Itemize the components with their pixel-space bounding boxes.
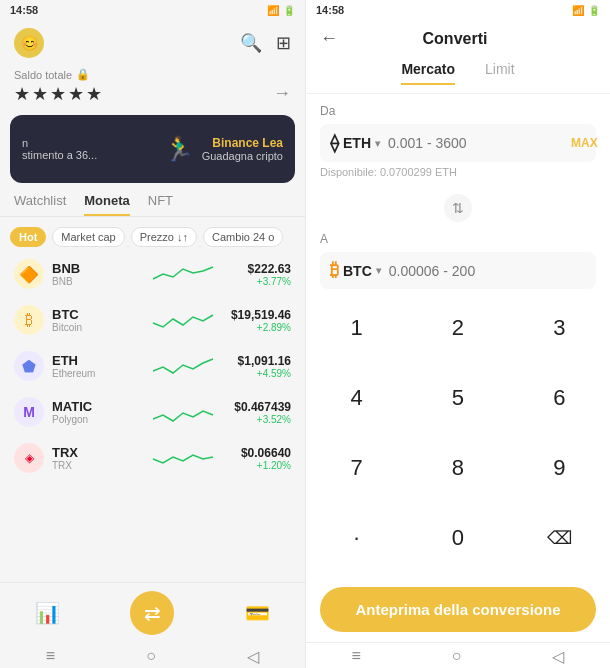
key-1[interactable]: 1 xyxy=(306,299,407,357)
promo-banner[interactable]: n stimento a 36... 🏃‍♂️ Binance Lea Guad… xyxy=(10,115,295,183)
balance-label: Saldo totale 🔒 xyxy=(14,68,291,81)
home-icon[interactable]: ○ xyxy=(146,647,156,666)
matic-logo: M xyxy=(14,397,44,427)
key-8[interactable]: 8 xyxy=(407,439,508,497)
convert-tabs: Mercato Limit xyxy=(306,53,610,94)
matic-chart xyxy=(153,397,213,427)
tab-nft[interactable]: NFT xyxy=(148,193,173,216)
bnb-info: BNB BNB xyxy=(52,261,145,287)
from-input-row: ⟠ ETH ▾ MAX xyxy=(320,124,596,162)
btc-icon: ₿ xyxy=(330,260,339,281)
list-item[interactable]: M MATIC Polygon $0.467439 +3.52% xyxy=(0,389,305,435)
numpad: 1 2 3 4 5 6 7 8 9 · 0 ⌫ xyxy=(306,299,610,579)
eth-info: ETH Ethereum xyxy=(52,353,145,379)
filter-prezzo[interactable]: Prezzo ↓↑ xyxy=(131,227,197,247)
nav-chart[interactable]: 📊 xyxy=(35,601,60,625)
list-item[interactable]: 🔶 BNB BNB $222.63 +3.77% xyxy=(0,251,305,297)
btc-label: BTC xyxy=(343,263,372,279)
matic-price: $0.467439 +3.52% xyxy=(221,400,291,425)
balance-stars: ★★★★★ xyxy=(14,83,104,105)
scan-icon[interactable]: ⊞ xyxy=(276,32,291,54)
balance-arrow[interactable]: → xyxy=(273,83,291,104)
wallet-icon: 💳 xyxy=(245,601,270,625)
right-header: ← Converti xyxy=(306,20,610,53)
eth-price: $1,091.16 +4.59% xyxy=(221,354,291,379)
tab-limit[interactable]: Limit xyxy=(485,61,515,85)
key-3[interactable]: 3 xyxy=(509,299,610,357)
list-item[interactable]: ⬟ ETH Ethereum $1,091.16 +4.59% xyxy=(0,343,305,389)
coin-list: 🔶 BNB BNB $222.63 +3.77% ₿ BTC Bitcoin xyxy=(0,251,305,582)
chevron-down-icon: ▾ xyxy=(375,138,380,149)
list-item[interactable]: ◈ TRX TRX $0.06640 +1.20% xyxy=(0,435,305,481)
btc-logo: ₿ xyxy=(14,305,44,335)
bnb-price: $222.63 +3.77% xyxy=(221,262,291,287)
filter-row: Hot Market cap Prezzo ↓↑ Cambio 24 o xyxy=(0,223,305,251)
banner-left-text: n stimento a 36... xyxy=(22,137,156,161)
filter-hot[interactable]: Hot xyxy=(10,227,46,247)
swap-icon: ⇄ xyxy=(144,601,161,625)
bnb-logo: 🔶 xyxy=(14,259,44,289)
btc-chart xyxy=(153,305,213,335)
key-0[interactable]: 0 xyxy=(407,509,508,567)
btc-info: BTC Bitcoin xyxy=(52,307,145,333)
key-backspace[interactable]: ⌫ xyxy=(509,509,610,567)
left-status-bar: 14:58 📶 🔋 xyxy=(0,0,305,20)
tab-watchlist[interactable]: Watchlist xyxy=(14,193,66,216)
left-system-bar: ≡ ○ ◁ xyxy=(0,643,305,668)
from-label: Da xyxy=(320,104,596,118)
preview-button[interactable]: Anteprima della conversione xyxy=(320,587,596,632)
banner-right: Binance Lea Guadagna cripto xyxy=(202,136,283,162)
right-panel: 14:58 📶 🔋 ← Converti Mercato Limit Da ⟠ … xyxy=(305,0,610,668)
banner-icon: 🏃‍♂️ xyxy=(164,135,194,163)
available-text: Disponibile: 0.0700299 ETH xyxy=(320,166,596,178)
key-9[interactable]: 9 xyxy=(509,439,610,497)
to-label: A xyxy=(320,232,596,246)
right-status-icons: 📶 🔋 xyxy=(572,5,600,16)
chart-icon: 📊 xyxy=(35,601,60,625)
key-6[interactable]: 6 xyxy=(509,369,610,427)
search-icon[interactable]: 🔍 xyxy=(240,32,262,54)
header-icons: 🔍 ⊞ xyxy=(240,32,291,54)
shield-icon: 🔒 xyxy=(76,68,90,81)
trx-chart xyxy=(153,443,213,473)
btc-selector[interactable]: ₿ BTC ▾ xyxy=(330,260,381,281)
eth-logo: ⬟ xyxy=(14,351,44,381)
tab-mercato[interactable]: Mercato xyxy=(401,61,455,85)
key-dot[interactable]: · xyxy=(306,509,407,567)
menu-icon[interactable]: ≡ xyxy=(351,647,360,666)
to-input-row: ₿ BTC ▾ xyxy=(320,252,596,289)
matic-info: MATIC Polygon xyxy=(52,399,145,425)
max-button[interactable]: MAX xyxy=(571,136,598,150)
from-amount-input[interactable] xyxy=(388,135,563,151)
back-button[interactable]: ← xyxy=(320,28,338,49)
swap-arrows-icon: ⇅ xyxy=(452,200,464,216)
home-icon[interactable]: ○ xyxy=(452,647,462,666)
nav-swap[interactable]: ⇄ xyxy=(130,591,174,635)
tab-moneta[interactable]: Moneta xyxy=(84,193,130,216)
eth-selector[interactable]: ⟠ ETH ▾ xyxy=(330,132,380,154)
filter-marketcap[interactable]: Market cap xyxy=(52,227,124,247)
bottom-nav: 📊 ⇄ 💳 xyxy=(0,582,305,643)
right-status-bar: 14:58 📶 🔋 xyxy=(306,0,610,20)
left-header: 😊 🔍 ⊞ xyxy=(0,20,305,64)
list-item[interactable]: ₿ BTC Bitcoin $19,519.46 +2.89% xyxy=(0,297,305,343)
menu-icon[interactable]: ≡ xyxy=(46,647,55,666)
chevron-down-icon: ▾ xyxy=(376,265,381,276)
key-7[interactable]: 7 xyxy=(306,439,407,497)
key-5[interactable]: 5 xyxy=(407,369,508,427)
left-panel: 14:58 📶 🔋 😊 🔍 ⊞ Saldo totale 🔒 ★★★★★ → n… xyxy=(0,0,305,668)
back-icon[interactable]: ◁ xyxy=(552,647,564,666)
key-4[interactable]: 4 xyxy=(306,369,407,427)
trx-logo: ◈ xyxy=(14,443,44,473)
eth-label: ETH xyxy=(343,135,371,151)
swap-direction-button[interactable]: ⇅ xyxy=(444,194,472,222)
avatar[interactable]: 😊 xyxy=(14,28,44,58)
btc-price: $19,519.46 +2.89% xyxy=(221,308,291,333)
to-amount-input[interactable] xyxy=(389,263,586,279)
swap-icon-row: ⇅ xyxy=(306,190,610,226)
back-icon[interactable]: ◁ xyxy=(247,647,259,666)
bnb-chart xyxy=(153,259,213,289)
key-2[interactable]: 2 xyxy=(407,299,508,357)
nav-wallet[interactable]: 💳 xyxy=(245,601,270,625)
filter-cambio[interactable]: Cambio 24 o xyxy=(203,227,283,247)
